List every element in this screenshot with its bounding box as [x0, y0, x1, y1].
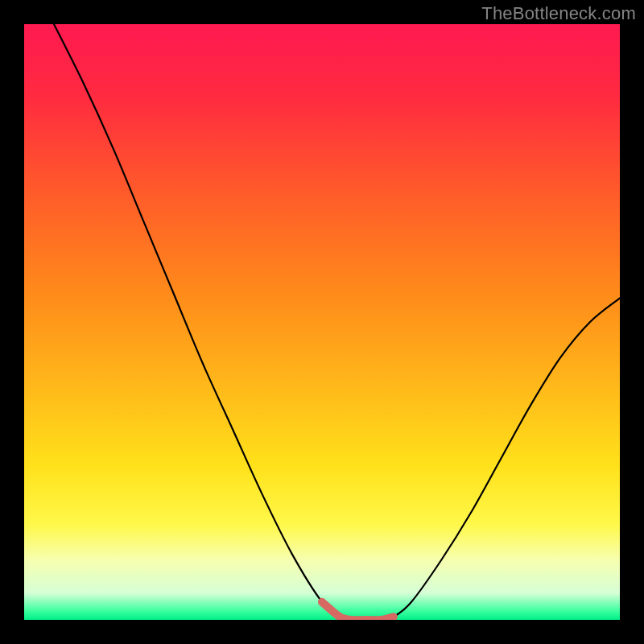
curve-right-branch [382, 298, 620, 620]
curve-left-branch [54, 24, 352, 620]
curve-layer [24, 24, 620, 620]
chart-frame: TheBottleneck.com [0, 0, 644, 644]
plot-area [24, 24, 620, 620]
highlight-segment [322, 602, 394, 620]
watermark-text: TheBottleneck.com [481, 3, 636, 24]
